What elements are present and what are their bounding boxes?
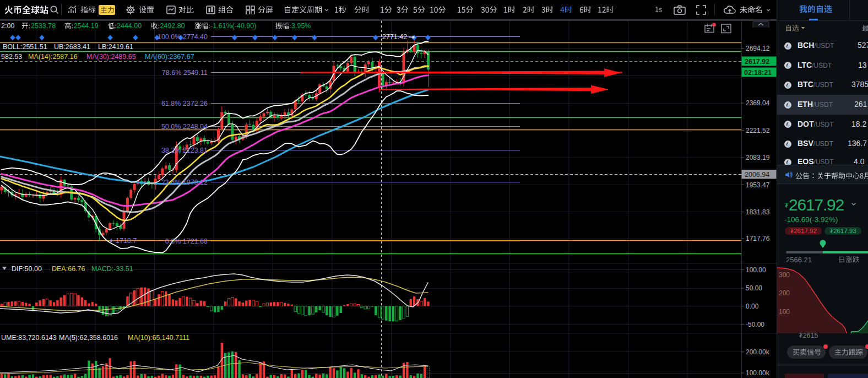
svg-text:2533.78: 2533.78	[31, 22, 56, 30]
svg-text:23.6% 1970.12: 23.6% 1970.12	[161, 179, 208, 186]
svg-text:0.00: 0.00	[746, 303, 759, 310]
svg-text:2694.12: 2694.12	[746, 45, 770, 52]
svg-text:582.53: 582.53	[1, 53, 22, 61]
svg-text:3.95%: 3.95%	[291, 22, 311, 30]
svg-text:200.00k: 200.00k	[746, 348, 770, 356]
svg-text:1717.76: 1717.76	[746, 235, 770, 242]
svg-text:MA(30):2489.65: MA(30):2489.65	[86, 53, 136, 61]
svg-text:100.00k: 100.00k	[746, 369, 770, 377]
svg-text:LB:2419.61: LB:2419.61	[98, 43, 133, 51]
svg-text:2221.52: 2221.52	[746, 127, 770, 134]
svg-text:02:18:21: 02:18:21	[744, 69, 772, 77]
svg-text:2:00: 2:00	[1, 22, 14, 30]
svg-text:1953.47: 1953.47	[746, 181, 770, 189]
svg-text:2771.42: 2771.42	[382, 33, 407, 41]
svg-text:1831.83: 1831.83	[746, 208, 770, 216]
svg-text:200: 200	[779, 289, 790, 297]
svg-text:78.6% 2549.11: 78.6% 2549.11	[162, 69, 208, 77]
svg-text:1718.7: 1718.7	[116, 237, 137, 245]
svg-text:DEA:66.76: DEA:66.76	[52, 265, 85, 273]
svg-text:MA(10):65,140.7111: MA(10):65,140.7111	[128, 334, 189, 342]
svg-text:100.00: 100.00	[746, 266, 766, 274]
svg-text:2369.04: 2369.04	[746, 99, 770, 107]
svg-text:50.00: 50.00	[746, 284, 762, 292]
svg-text:61.8% 2372.26: 61.8% 2372.26	[161, 100, 208, 107]
svg-text:MACD:-33.51: MACD:-33.51	[91, 265, 133, 273]
svg-text:UME:83,720.6143: UME:83,720.6143	[1, 334, 57, 342]
svg-text:MA(60):2367.67: MA(60):2367.67	[145, 53, 194, 61]
svg-text:UB:2683.41: UB:2683.41	[54, 43, 90, 51]
svg-text:-50.00: -50.00	[746, 321, 764, 328]
svg-text:2492.80: 2492.80	[160, 22, 185, 30]
svg-text:300: 300	[779, 271, 790, 279]
svg-text:100.0% 2774.40: 100.0% 2774.40	[158, 33, 208, 41]
svg-text:-1.61%(-40.90): -1.61%(-40.90)	[210, 22, 256, 30]
svg-text:2617.92: 2617.92	[745, 58, 769, 66]
svg-text:2006.94: 2006.94	[745, 171, 769, 179]
svg-text:100: 100	[779, 308, 790, 316]
svg-text:2083.19: 2083.19	[746, 154, 770, 161]
svg-text:2444.00: 2444.00	[117, 22, 142, 30]
svg-text:0.0% 1721.68: 0.0% 1721.68	[165, 237, 208, 245]
svg-text:38.2% 2123.81: 38.2% 2123.81	[161, 147, 208, 154]
svg-text:2544.19: 2544.19	[74, 22, 99, 30]
svg-text:BOLL:2551.51: BOLL:2551.51	[3, 43, 47, 51]
svg-text:DIF:50.00: DIF:50.00	[12, 265, 42, 273]
svg-text:MA(5):62,358.6016: MA(5):62,358.6016	[59, 334, 118, 342]
svg-text:50.0% 2248.04: 50.0% 2248.04	[161, 123, 208, 131]
svg-text:MA(14):2587.16: MA(14):2587.16	[28, 53, 78, 61]
